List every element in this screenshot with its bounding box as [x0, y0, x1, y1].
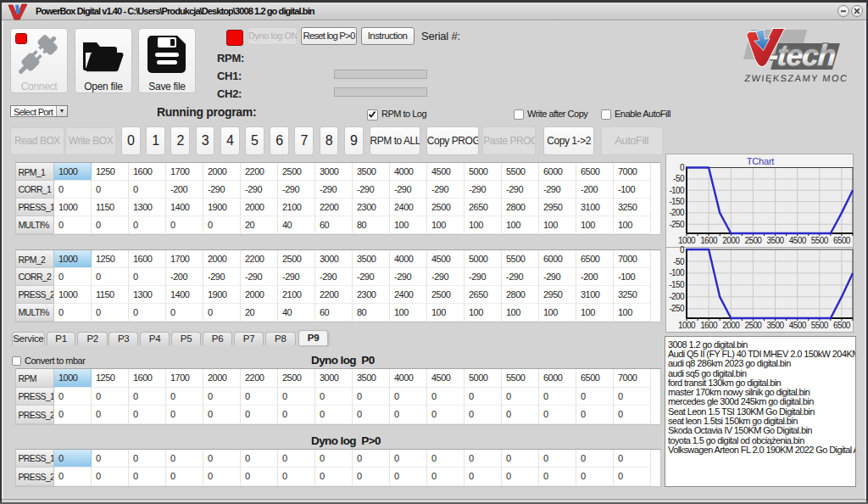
svg-text:ZWIĘKSZAMY MOC: ZWIĘKSZAMY MOC [744, 74, 849, 84]
svg-text:2500: 2500 [744, 321, 762, 330]
svg-text:0: 0 [680, 163, 685, 172]
svg-text:3500: 3500 [767, 321, 785, 330]
svg-text:6500: 6500 [833, 321, 851, 330]
svg-text:-250: -250 [669, 220, 685, 229]
svg-text:-100: -100 [669, 268, 685, 277]
svg-text:2000: 2000 [722, 321, 740, 330]
svg-text:4500: 4500 [789, 321, 807, 330]
svg-text:5500: 5500 [811, 321, 829, 330]
svg-text:0: 0 [680, 245, 685, 255]
svg-text:1000: 1000 [678, 236, 696, 245]
svg-text:5500: 5500 [811, 236, 829, 245]
svg-text:-tech: -tech [767, 38, 836, 71]
svg-text:-150: -150 [669, 280, 685, 289]
svg-text:-250: -250 [669, 304, 685, 313]
svg-text:3500: 3500 [767, 236, 785, 245]
svg-text:1000: 1000 [678, 321, 696, 330]
svg-text:4500: 4500 [789, 236, 807, 245]
svg-text:2000: 2000 [722, 236, 740, 245]
svg-text:-50: -50 [673, 174, 685, 183]
svg-text:2500: 2500 [744, 236, 762, 245]
svg-text:-50: -50 [673, 257, 685, 266]
svg-text:1600: 1600 [700, 321, 718, 330]
svg-text:-200: -200 [669, 208, 685, 217]
svg-text:-150: -150 [669, 197, 685, 206]
svg-text:-200: -200 [669, 292, 685, 301]
svg-text:1600: 1600 [700, 236, 718, 245]
svg-text:-100: -100 [669, 186, 685, 195]
svg-text:6500: 6500 [833, 236, 851, 245]
